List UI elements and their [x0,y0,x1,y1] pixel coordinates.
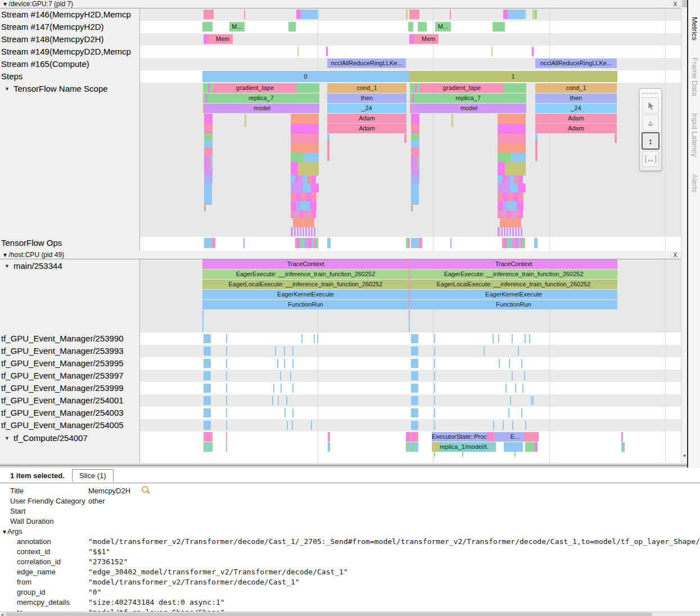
panel-tab-frame-data[interactable]: Frame Data [690,57,699,96]
trace-event[interactable] [517,201,523,210]
timing-tool-button[interactable]: ↔ [642,151,659,167]
trace-event[interactable] [508,10,525,19]
trace-event[interactable] [411,334,418,343]
trace-event[interactable] [510,176,514,183]
trace-event[interactable] [411,114,419,124]
trace-event[interactable] [508,201,517,210]
trace-event[interactable] [505,162,526,176]
trace-event[interactable] [411,169,419,176]
trace-event[interactable] [226,359,227,368]
trace-event[interactable] [498,192,503,201]
trace-event[interactable] [503,201,508,210]
trace-event[interactable]: ExecutorState::Process [432,432,487,442]
trace-event[interactable] [515,384,516,393]
trace-event[interactable] [495,432,506,442]
trace-event[interactable] [512,421,513,430]
section-close-button[interactable]: X [671,251,679,259]
trace-event[interactable] [434,371,435,380]
trace-event[interactable] [226,432,227,442]
trace-event[interactable] [521,359,522,368]
trace-event[interactable] [291,144,319,153]
trace-event[interactable] [505,176,510,183]
trace-event[interactable] [532,47,534,56]
trace-event[interactable] [298,162,319,176]
timeline-canvas[interactable]: M...M...MemMemncclAllReduceRingLLKe...nc… [0,0,681,463]
trace-event[interactable]: EagerKernelExecute [410,290,617,299]
trace-event[interactable] [243,238,245,248]
trace-event[interactable] [310,201,317,210]
trace-event[interactable] [291,134,319,144]
trace-event[interactable] [311,227,313,236]
trace-event[interactable] [493,22,505,32]
track-label[interactable]: tf_GPU_Event_Manager/254003 [1,407,124,419]
trace-event[interactable]: then [327,93,407,103]
trace-event[interactable] [288,22,296,32]
trace-event[interactable] [303,183,311,192]
trace-event[interactable] [202,310,204,316]
trace-event[interactable] [499,359,500,368]
trace-event[interactable]: Mem [418,34,439,44]
trace-event[interactable] [204,169,213,176]
trace-event[interactable] [524,432,538,442]
trace-event[interactable] [434,359,435,368]
trace-event[interactable] [296,201,301,210]
trace-event[interactable] [411,124,419,134]
trace-event[interactable] [518,183,526,192]
trace-event[interactable] [412,93,414,103]
trace-event[interactable] [226,334,227,343]
trace-event[interactable] [226,371,227,380]
trace-event[interactable] [615,134,617,143]
trace-event[interactable] [291,162,298,176]
trace-event[interactable]: then [535,93,617,103]
trace-event[interactable] [510,183,518,192]
trace-event[interactable] [411,238,419,248]
trace-event[interactable] [316,238,318,248]
trace-event[interactable]: FunctionRun [202,300,409,309]
trace-event[interactable]: EagerLocalExecute: __inference_train_fun… [202,280,409,289]
trace-event[interactable] [515,227,517,236]
trace-event[interactable] [525,442,535,452]
trace-event[interactable] [498,153,511,162]
trace-event[interactable]: replica_7 [203,93,319,103]
trace-event[interactable] [531,396,532,405]
track-label[interactable]: TensorFlow Name Scope [13,83,108,95]
trace-event[interactable] [416,432,418,442]
track-label[interactable]: tf_GPU_Event_Manager/253995 [1,357,124,370]
trace-event[interactable] [272,396,273,405]
trace-event[interactable]: EagerKernelExecute [202,290,409,299]
trace-event[interactable]: 1 [409,71,617,82]
expand-arrow-icon[interactable]: ▼ [4,259,10,273]
trace-event[interactable] [297,83,319,93]
trace-event[interactable] [204,114,213,124]
trace-event[interactable] [281,384,282,393]
trace-event[interactable] [514,452,516,457]
trace-event[interactable] [291,192,296,201]
trace-event[interactable] [411,384,418,393]
trace-event[interactable] [296,10,301,19]
section-close-button[interactable]: X [671,1,679,8]
trace-event[interactable] [513,192,518,201]
trace-event[interactable] [302,227,304,236]
section-header[interactable]: ▾ /host:CPU (pid 49) [0,251,681,259]
zoom-tool-button[interactable]: ↕ [642,132,660,150]
trace-event[interactable] [273,384,274,393]
trace-event[interactable]: model [412,104,526,113]
trace-event[interactable] [621,432,623,442]
trace-event[interactable] [501,227,503,236]
trace-event[interactable] [410,83,415,93]
trace-event[interactable] [208,34,213,44]
trace-event[interactable] [500,218,521,227]
trace-event[interactable] [404,134,407,143]
trace-event[interactable] [204,396,211,405]
horizontal-scrollbar-thumb[interactable] [6,613,652,616]
trace-event[interactable] [484,347,485,356]
trace-event[interactable] [326,47,328,56]
expand-arrow-icon[interactable]: ▼ [4,431,10,445]
trace-event[interactable] [301,192,306,201]
track-label[interactable]: TensorFlow Ops [1,237,62,249]
trace-event[interactable] [328,442,330,452]
trace-event[interactable] [451,114,453,127]
trace-event[interactable] [434,452,435,457]
trace-event[interactable] [226,384,227,393]
trace-event[interactable] [411,134,419,141]
